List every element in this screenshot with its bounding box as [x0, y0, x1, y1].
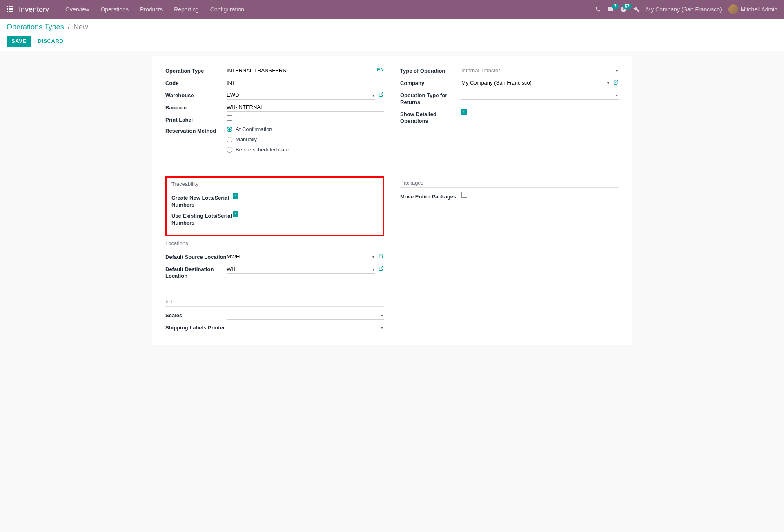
row-warehouse: Warehouse ▾: [165, 91, 384, 100]
breadcrumb-parent[interactable]: Operations Types: [7, 23, 64, 31]
nav-reporting[interactable]: Reporting: [169, 4, 204, 15]
svg-rect-1: [9, 6, 11, 7]
checkbox-create-new-lots[interactable]: [233, 193, 238, 199]
external-link-icon[interactable]: [379, 254, 384, 260]
input-operation-type[interactable]: [227, 66, 384, 75]
nav-right: 7 57 My Company (San Francisco) Mitchell…: [595, 4, 777, 14]
svg-line-11: [381, 254, 383, 256]
tools-icon[interactable]: [633, 6, 640, 13]
label-shipping-printer: Shipping Labels Printer: [165, 323, 227, 332]
label-reservation-method: Reservation Method: [165, 126, 227, 134]
label-show-detailed: Show Detailed Operations: [400, 109, 461, 125]
checkbox-use-existing-lots[interactable]: [233, 211, 238, 217]
label-scales: Scales: [165, 311, 227, 318]
row-print-label: Print Label: [165, 115, 384, 123]
nav-products[interactable]: Products: [135, 4, 167, 15]
input-warehouse[interactable]: [227, 91, 375, 100]
checkbox-print-label[interactable]: [227, 115, 232, 121]
breadcrumb: Operations Types / New: [7, 23, 777, 31]
svg-rect-3: [7, 8, 8, 10]
radio-label: Manually: [236, 136, 257, 142]
select-company[interactable]: [461, 78, 610, 87]
section-locations: Locations: [165, 240, 384, 248]
messages-icon[interactable]: 7: [607, 6, 614, 13]
input-barcode[interactable]: [227, 103, 384, 112]
activities-icon[interactable]: 57: [620, 6, 627, 13]
select-default-source[interactable]: [227, 252, 375, 261]
select-default-dest[interactable]: [227, 265, 375, 274]
nav-operations[interactable]: Operations: [96, 4, 133, 15]
checkbox-show-detailed[interactable]: [461, 109, 467, 115]
radio-manually[interactable]: Manually: [227, 136, 384, 142]
checkbox-move-entire[interactable]: [461, 192, 467, 198]
label-company: Company: [400, 78, 461, 86]
external-link-icon[interactable]: [613, 80, 619, 86]
external-link-icon[interactable]: [379, 266, 384, 272]
radio-at-confirmation[interactable]: At Confirmation: [227, 126, 384, 132]
app-brand[interactable]: Inventory: [19, 5, 49, 14]
input-code[interactable]: [227, 78, 384, 87]
discard-button[interactable]: DISCARD: [36, 36, 65, 47]
company-switcher[interactable]: My Company (San Francisco): [646, 6, 722, 13]
label-create-new-lots: Create New Lots/Serial Numbers: [172, 193, 233, 209]
label-move-entire: Move Entire Packages: [400, 192, 461, 200]
select-scales[interactable]: [227, 311, 384, 320]
traceability-highlight: Traceability Create New Lots/Serial Numb…: [165, 176, 384, 236]
apps-icon[interactable]: [7, 6, 13, 13]
row-default-source: Default Source Location ▾: [165, 252, 384, 261]
row-operation-type: Operation Type EN: [165, 66, 384, 75]
radio-label: At Confirmation: [236, 126, 272, 132]
label-operation-type: Operation Type: [165, 66, 227, 74]
svg-rect-2: [11, 6, 13, 7]
label-default-source: Default Source Location: [165, 252, 227, 261]
svg-line-9: [381, 93, 383, 95]
svg-line-12: [381, 266, 383, 269]
label-default-dest: Default Destination Location: [165, 265, 227, 280]
select-op-type-returns[interactable]: [461, 91, 619, 100]
svg-rect-5: [11, 8, 13, 10]
messages-badge: 7: [612, 4, 619, 9]
action-area: Operations Types / New SAVE DISCARD: [0, 19, 784, 51]
lang-tag[interactable]: EN: [377, 67, 384, 73]
left-col-2: Traceability Create New Lots/Serial Numb…: [165, 176, 384, 335]
svg-rect-6: [7, 11, 8, 12]
top-nav: Inventory Overview Operations Products R…: [0, 0, 784, 19]
right-col-2: Packages Move Entire Packages: [400, 176, 619, 335]
action-buttons: SAVE DISCARD: [7, 36, 777, 47]
nav-links: Overview Operations Products Reporting C…: [60, 4, 249, 15]
radio-before-scheduled[interactable]: Before scheduled date: [227, 147, 384, 153]
svg-line-10: [615, 80, 618, 83]
breadcrumb-current: New: [74, 23, 88, 31]
activities-badge: 57: [623, 4, 631, 9]
external-link-icon[interactable]: [379, 92, 384, 98]
section-packages: Packages: [400, 180, 619, 188]
section-iot: IoT: [165, 298, 384, 307]
row-barcode: Barcode: [165, 103, 384, 112]
radio-icon: [227, 137, 232, 142]
main-wrap: Operation Type EN Code Warehouse: [0, 51, 784, 362]
row-show-detailed: Show Detailed Operations: [400, 109, 619, 125]
row-shipping-printer: Shipping Labels Printer ▾: [165, 323, 384, 332]
row-type-of-operation: Type of Operation ▾: [400, 66, 619, 75]
nav-overview[interactable]: Overview: [60, 4, 94, 15]
svg-rect-4: [9, 8, 11, 10]
label-use-existing-lots: Use Existing Lots/Serial Numbers: [172, 211, 233, 227]
section-traceability: Traceability: [172, 181, 378, 189]
avatar: [728, 4, 738, 14]
select-shipping-printer[interactable]: [227, 323, 384, 332]
right-col: Type of Operation ▾ Company ▾: [400, 66, 619, 160]
select-type-of-operation[interactable]: [461, 66, 619, 75]
top-columns: Operation Type EN Code Warehouse: [165, 66, 619, 160]
radio-label: Before scheduled date: [236, 147, 289, 153]
label-op-type-returns: Operation Type for Returns: [400, 91, 461, 106]
row-code: Code: [165, 78, 384, 87]
row-default-dest: Default Destination Location ▾: [165, 265, 384, 280]
nav-configuration[interactable]: Configuration: [205, 4, 249, 15]
save-button[interactable]: SAVE: [7, 36, 31, 47]
label-barcode: Barcode: [165, 103, 227, 111]
label-print-label: Print Label: [165, 115, 227, 123]
phone-icon[interactable]: [595, 7, 601, 12]
radio-icon: [227, 147, 232, 153]
user-menu[interactable]: Mitchell Admin: [728, 4, 777, 14]
svg-rect-8: [11, 11, 13, 12]
